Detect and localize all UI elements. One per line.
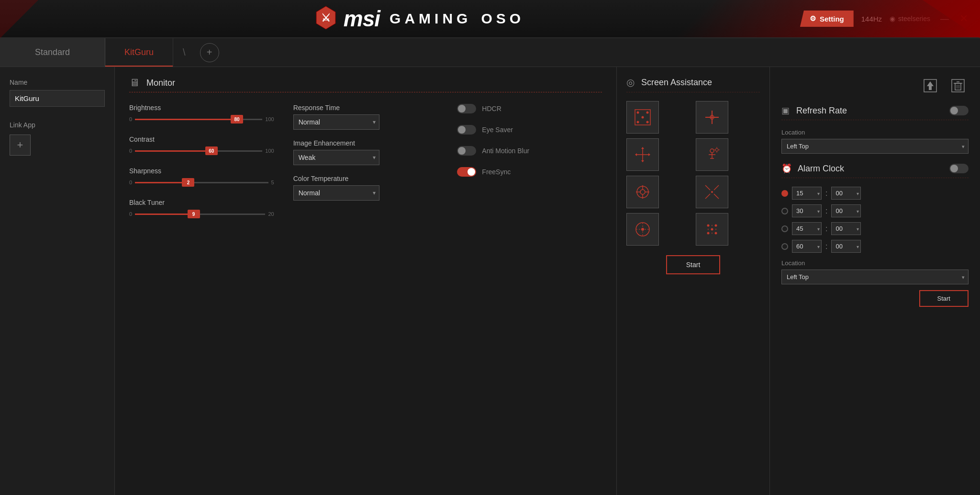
image-enhancement-label: Image Enhancement: [293, 139, 438, 147]
brightness-thumb[interactable]: 80: [231, 115, 243, 124]
hdcr-toggle[interactable]: [457, 104, 476, 113]
assist-btn-6[interactable]: [696, 176, 728, 208]
svg-marker-16: [641, 160, 644, 162]
screen-assist-panel: ◎ Screen Assistance: [617, 67, 770, 495]
black-tuner-slider-track[interactable]: 9: [135, 209, 265, 219]
assist-btn-7[interactable]: [626, 213, 659, 246]
assist-btn-5[interactable]: [626, 176, 659, 208]
sharpness-slider-track[interactable]: 2: [135, 178, 268, 187]
alarm-min-2-wrap: 00 15 30 45 ▾: [831, 204, 861, 217]
main-content: Name Link App + 🖥 Monitor Brightness 0: [0, 67, 980, 495]
assist-btn-1[interactable]: [626, 101, 659, 134]
alarm-min-1-select[interactable]: 00 15 30 45: [831, 187, 861, 200]
monitor-section-header: 🖥 Monitor: [129, 77, 602, 89]
freesync-toggle-row: FreeSync: [457, 167, 602, 177]
tab-standard[interactable]: Standard: [0, 38, 105, 67]
image-enhancement-select[interactable]: Weak Normal Strong: [293, 150, 379, 165]
contrast-slider-track[interactable]: 60: [135, 146, 262, 156]
response-time-dropdown-wrap: Normal Fast Faster ▾: [293, 114, 379, 130]
alarm-min-4-select[interactable]: 00 15 30 45: [831, 240, 861, 253]
alarm-hour-4-select[interactable]: 60 15 30 45: [792, 240, 822, 253]
alarm-radio-1[interactable]: [781, 190, 788, 197]
svg-point-6: [637, 121, 639, 124]
refresh-rate-icon: ▣: [781, 105, 790, 116]
eye-saver-label: Eye Saver: [482, 126, 513, 134]
setting-button[interactable]: ⚙ Setting: [800, 11, 854, 27]
alarm-radio-2[interactable]: [781, 208, 788, 214]
refresh-alarm-panel: ▣ Refresh Rate Location Left Top Right T…: [770, 67, 980, 495]
gaming-label: GAMING: [390, 11, 471, 27]
response-time-control: Response Time Normal Fast Faster ▾: [293, 104, 438, 130]
msi-dragon-logo: ⚔: [314, 5, 338, 32]
svg-point-46: [714, 232, 717, 235]
trash-button[interactable]: [947, 77, 969, 98]
alarm-min-4-wrap: 00 15 30 45 ▾: [831, 240, 861, 253]
alarm-clock-title: Alarm Clock: [798, 164, 844, 174]
brightness-control: Brightness 0 80 100: [129, 104, 274, 124]
alarm-min-3-wrap: 00 15 30 45 ▾: [831, 222, 861, 235]
contrast-thumb[interactable]: 60: [205, 146, 218, 155]
alarm-hour-3-wrap: 45 15 30 60 ▾: [792, 222, 822, 235]
eye-saver-toggle-row: Eye Saver: [457, 125, 602, 135]
black-tuner-control: Black Tuner 0 9 20: [129, 199, 274, 219]
name-input[interactable]: [10, 90, 105, 107]
response-time-select[interactable]: Normal Fast Faster: [293, 114, 379, 130]
anti-motion-blur-toggle[interactable]: [457, 146, 476, 156]
screen-assist-start-button[interactable]: Start: [666, 255, 721, 274]
alarm-min-2-select[interactable]: 00 15 30 45: [831, 204, 861, 217]
color-temp-label: Color Temperature: [293, 175, 438, 182]
freesync-toggle[interactable]: [457, 167, 476, 177]
svg-point-28: [640, 190, 645, 194]
eye-saver-toggle[interactable]: [457, 125, 476, 135]
link-app-label: Link App: [10, 121, 105, 129]
alarm-location-label: Location: [781, 259, 969, 267]
svg-point-48: [707, 229, 709, 230]
contrast-control: Contrast 0 60 100: [129, 135, 274, 156]
screen-assist-header: ◎ Screen Assistance: [626, 77, 760, 88]
link-app-button[interactable]: +: [10, 135, 31, 156]
refresh-location-select[interactable]: Left Top Right Top Left Bottom Right Bot…: [781, 139, 969, 154]
sliders-column: Brightness 0 80 100 Contras: [129, 104, 274, 230]
hz-badge: 144Hz: [861, 15, 882, 23]
svg-point-44: [711, 228, 713, 231]
refresh-rate-toggle[interactable]: [949, 106, 969, 115]
alarm-min-3-select[interactable]: 00 15 30 45: [831, 222, 861, 235]
svg-line-35: [705, 194, 710, 199]
alarm-row-4: 60 15 30 45 ▾ : 00 15 30 45: [781, 240, 969, 253]
brightness-slider-track[interactable]: 80: [135, 114, 262, 124]
color-temp-select[interactable]: Normal Warm Cool: [293, 185, 379, 201]
sharpness-thumb[interactable]: 2: [182, 178, 194, 187]
alarm-radio-3[interactable]: [781, 225, 788, 232]
tab-kitguru[interactable]: KitGuru: [105, 38, 173, 67]
alarm-location-select[interactable]: Left Top Right Top Left Bottom Right Bot…: [781, 270, 969, 284]
svg-line-34: [714, 185, 719, 190]
anti-motion-blur-toggle-row: Anti Motion Blur: [457, 146, 602, 156]
assist-btn-4[interactable]: [696, 138, 728, 171]
color-temp-dropdown-wrap: Normal Warm Cool ▾: [293, 185, 379, 201]
sharpness-control: Sharpness 0 2 5: [129, 167, 274, 187]
assist-btn-3[interactable]: [626, 138, 659, 171]
scope-icon: [634, 183, 651, 201]
svg-marker-14: [648, 153, 650, 156]
alarm-clock-toggle[interactable]: [949, 164, 969, 173]
svg-point-42: [707, 225, 709, 227]
alarm-hour-4-wrap: 60 15 30 45 ▾: [792, 240, 822, 253]
alarm-radio-4[interactable]: [781, 243, 788, 250]
assist-btn-8[interactable]: [696, 213, 728, 246]
person-crosshair-icon: [703, 146, 721, 163]
monitor-divider: [129, 92, 602, 92]
upload-button[interactable]: [920, 77, 941, 98]
alarm-hour-1-select[interactable]: 15 30 45 60: [792, 187, 822, 200]
svg-line-33: [705, 185, 710, 190]
black-tuner-thumb[interactable]: 9: [188, 210, 200, 218]
contrast-label: Contrast: [129, 135, 274, 143]
alarm-hour-2-select[interactable]: 30 15 45 60: [792, 204, 822, 217]
screen-assist-icon: ◎: [626, 77, 635, 88]
alarm-row-3: 45 15 30 60 ▾ : 00 15 30 45: [781, 222, 969, 235]
svg-marker-13: [635, 153, 637, 156]
assist-btn-2[interactable]: [696, 101, 728, 134]
tab-add-button[interactable]: +: [200, 43, 219, 62]
tab-slash: \: [173, 47, 195, 58]
alarm-hour-3-select[interactable]: 45 15 30 60: [792, 222, 822, 235]
alarm-start-button[interactable]: Start: [919, 290, 969, 307]
